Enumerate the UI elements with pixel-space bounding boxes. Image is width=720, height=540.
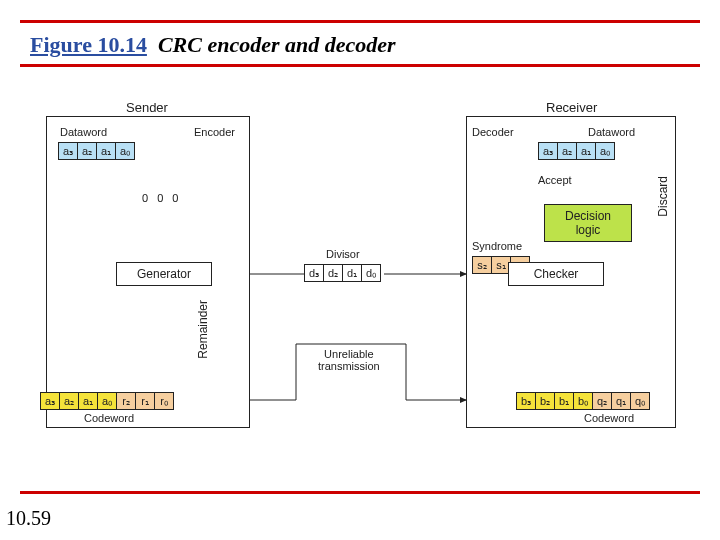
bit-cell: d₁ [343,265,362,282]
bit-cell: a₁ [577,143,596,160]
sender-dataword-label: Dataword [60,126,107,138]
bit-cell: a₂ [78,143,97,160]
discard-label: Discard [656,176,670,217]
zero: 0 [172,192,187,204]
sender-codeword-label: Codeword [84,412,134,424]
bit-cell: q₀ [631,393,650,410]
channel-label: Unreliable transmission [318,348,380,372]
sender-dataword-bits: a₃ a₂ a₁ a₀ [58,142,135,160]
receiver-codeword-bits: b₃ b₂ b₁ b₀ q₂ q₁ q₀ [516,392,650,410]
bit-cell: d₃ [305,265,324,282]
bit-cell: d₀ [362,265,381,282]
receiver-codeword-label: Codeword [584,412,634,424]
bit-cell: a₂ [558,143,577,160]
bottom-rule [20,491,700,494]
bit-cell: s₂ [473,257,492,274]
bit-cell: r₁ [136,393,155,410]
bit-cell: a₁ [79,393,98,410]
diagram-stage: Sender Dataword Encoder a₃ a₂ a₁ a₀ 000 … [46,100,674,480]
bit-cell: a₁ [97,143,116,160]
bit-cell: r₀ [155,393,174,410]
bit-cell: a₀ [596,143,615,160]
bit-cell: r₂ [117,393,136,410]
bit-cell: a₃ [539,143,558,160]
bit-cell: b₃ [517,393,536,410]
receiver-dataword-bits: a₃ a₂ a₁ a₀ [538,142,615,160]
receiver-title: Receiver [546,100,597,115]
zero: 0 [142,192,157,204]
figure-caption: CRC encoder and decoder [158,32,396,57]
bit-cell: a₀ [116,143,135,160]
bit-cell: q₂ [593,393,612,410]
figure-heading: Figure 10.14 CRC encoder and decoder [30,32,396,58]
remainder-label: Remainder [196,300,210,359]
page-number: 10.59 [6,507,51,530]
sender-title: Sender [126,100,168,115]
bit-cell: a₃ [59,143,78,160]
decision-logic-box: Decision logic [544,204,632,242]
checker-box: Checker [508,262,604,286]
divisor-bits: d₃ d₂ d₁ d₀ [304,264,381,282]
receiver-dataword-label: Dataword [588,126,635,138]
under-title-rule [20,64,700,67]
generator-box: Generator [116,262,212,286]
bit-cell: a₂ [60,393,79,410]
syndrome-label: Syndrome [472,240,522,252]
bit-cell: b₁ [555,393,574,410]
zero-pad: 000 [142,192,187,204]
top-rule [20,20,700,23]
sender-codeword-bits: a₃ a₂ a₁ a₀ r₂ r₁ r₀ [40,392,174,410]
accept-label: Accept [538,174,572,186]
bit-cell: q₁ [612,393,631,410]
decoder-label: Decoder [472,126,514,138]
zero: 0 [157,192,172,204]
divisor-label: Divisor [326,248,360,260]
bit-cell: b₀ [574,393,593,410]
figure-number: Figure 10.14 [30,32,147,57]
bit-cell: a₃ [41,393,60,410]
encoder-label: Encoder [194,126,235,138]
bit-cell: a₀ [98,393,117,410]
bit-cell: b₂ [536,393,555,410]
bit-cell: d₂ [324,265,343,282]
